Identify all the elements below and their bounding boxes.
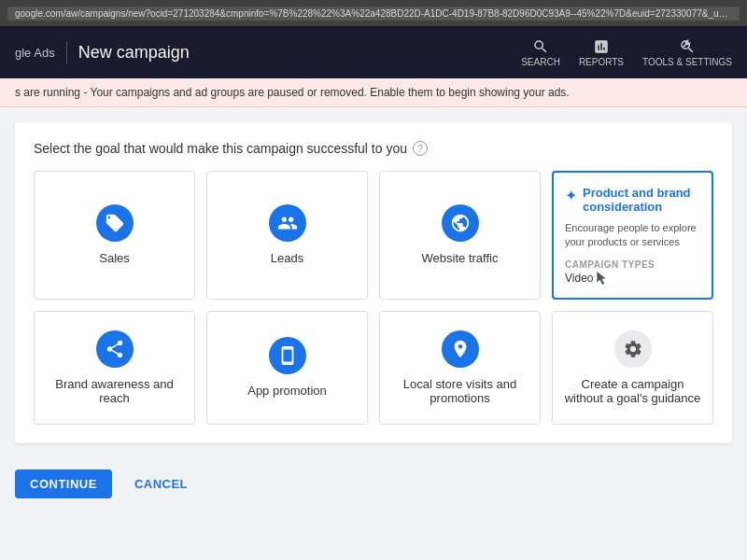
campaign-types-section: CAMPAIGN TYPES Video (565, 259, 655, 285)
local-store-label: Local store visits and promotions (391, 377, 529, 405)
app-promotion-label: App promotion (247, 384, 327, 398)
location-icon (450, 339, 471, 359)
goal-card-no-goal[interactable]: Create a campaign without a goal's guida… (552, 311, 713, 425)
gear-icon (623, 339, 643, 359)
volume-icon (105, 339, 125, 359)
reports-nav-button[interactable]: REPORTS (579, 38, 624, 67)
goal-card-app-promotion[interactable]: App promotion (206, 311, 368, 425)
search-nav-button[interactable]: SEARCH (521, 38, 560, 67)
goal-card-brand-consideration[interactable]: ✦ Product and brand consideration Encour… (552, 171, 713, 300)
local-store-card-icon (442, 330, 479, 368)
reports-nav-label: REPORTS (579, 57, 624, 67)
help-icon[interactable]: ? (413, 141, 428, 156)
tools-nav-label: TOOLS & SETTINGS (642, 57, 732, 67)
cancel-button[interactable]: CANCEL (123, 469, 199, 498)
highlighted-header: ✦ Product and brand consideration (565, 186, 700, 214)
browser-bar: google.com/aw/campaigns/new?ocid=2712032… (0, 0, 747, 26)
goal-card-local-store[interactable]: Local store visits and promotions (379, 311, 541, 425)
alert-text: s are running - Your campaigns and ad gr… (15, 86, 570, 99)
header-icons: SEARCH REPORTS TOOLS & SETTINGS (521, 38, 732, 67)
sales-card-icon (96, 204, 134, 242)
alert-bar: s are running - Your campaigns and ad gr… (0, 78, 747, 107)
no-goal-label: Create a campaign without a goal's guida… (564, 377, 701, 405)
app-logo: gle Ads (15, 46, 55, 60)
website-traffic-card-icon (442, 204, 479, 242)
app-header: gle Ads New campaign SEARCH REPORTS TOOL… (0, 26, 747, 78)
brand-awareness-card-icon (96, 330, 134, 368)
tag-icon (105, 213, 125, 233)
no-goal-card-icon (614, 330, 652, 368)
search-icon (532, 38, 549, 55)
campaign-types-label: CAMPAIGN TYPES (565, 259, 655, 270)
reports-icon (593, 38, 610, 55)
people-icon (277, 213, 298, 233)
goal-card-website-traffic[interactable]: Website traffic (379, 171, 541, 300)
goal-card-sales[interactable]: Sales (34, 171, 195, 300)
search-nav-label: SEARCH (521, 57, 560, 67)
main-content: Select the goal that would make this cam… (15, 122, 732, 443)
header-divider (66, 41, 67, 63)
app-promotion-card-icon (269, 337, 306, 374)
campaign-types-value: Video (565, 272, 655, 285)
brand-consideration-desc: Encourage people to explore your product… (565, 221, 700, 250)
brand-consideration-title: Product and brand consideration (583, 186, 700, 214)
goals-grid: Sales Leads Website traffic ✦ Product an… (34, 171, 713, 425)
page-title: New campaign (78, 43, 522, 63)
sparkle-icon (450, 213, 471, 233)
url-bar[interactable]: google.com/aw/campaigns/new?ocid=2712032… (7, 7, 740, 21)
tools-nav-button[interactable]: TOOLS & SETTINGS (642, 38, 732, 67)
spark-icon: ✦ (565, 187, 577, 204)
phone-icon (277, 345, 298, 366)
cursor-icon (595, 272, 608, 285)
footer: CONTINUE CANCEL (0, 458, 747, 510)
leads-label: Leads (271, 251, 303, 265)
sales-label: Sales (99, 251, 130, 265)
website-traffic-label: Website traffic (422, 251, 499, 265)
brand-awareness-label: Brand awareness and reach (46, 377, 183, 405)
leads-card-icon (269, 204, 306, 242)
tools-icon (679, 38, 696, 55)
goal-card-brand-awareness[interactable]: Brand awareness and reach (34, 311, 195, 425)
continue-button[interactable]: CONTINUE (15, 469, 112, 498)
section-title: Select the goal that would make this cam… (34, 141, 713, 156)
goal-card-leads[interactable]: Leads (206, 171, 368, 300)
